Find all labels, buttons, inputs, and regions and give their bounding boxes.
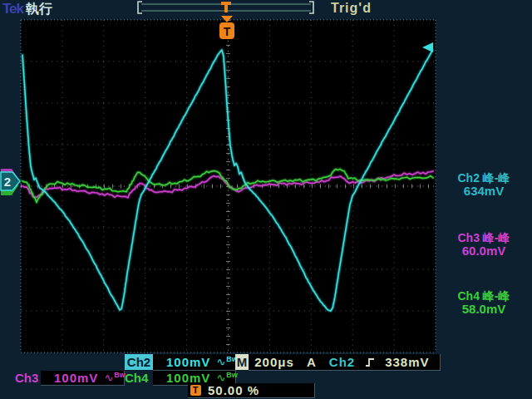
- bandwidth-limit-icon: Bw: [226, 368, 238, 382]
- ac-coupling-icon: ∿: [104, 371, 113, 385]
- rising-edge-icon: [365, 357, 375, 368]
- record-view-bar: [138, 2, 313, 13]
- waveform-display: T 2: [0, 0, 532, 399]
- measurement-value: 58.0mV: [441, 303, 527, 315]
- ch4-channel-label: Ch4: [125, 371, 148, 385]
- measurement-label: Ch3 峰-峰: [441, 232, 527, 244]
- ch2-channel-badge: Ch2: [125, 354, 153, 370]
- trigger-source: Ch2: [329, 354, 355, 370]
- ch3-scale-readout: 100mV ∿ Bw: [41, 371, 125, 386]
- record-left-bracket: [138, 2, 142, 13]
- ch2-scale-readout: 100mV ∿ Bw: [153, 354, 236, 371]
- measurement-ch4-peak-to-peak: Ch4 峰-峰 58.0mV: [441, 290, 527, 315]
- measurement-label: Ch2 峰-峰: [441, 172, 527, 185]
- ch2-scale-value: 100mV: [166, 354, 210, 370]
- measurement-value: 60.0mV: [441, 244, 527, 257]
- acquisition-status: 執行: [26, 1, 52, 18]
- tek-logo: Tek: [2, 1, 23, 17]
- trigger-position-icon: T: [190, 385, 201, 396]
- measurement-ch2-peak-to-peak: Ch2 峰-峰 634mV: [441, 172, 527, 197]
- oscilloscope-screen: T 2 Tek 執行 Trig'd Ch2 峰-峰 634mV Ch3 峰-峰 …: [0, 0, 532, 399]
- measurement-value: 634mV: [441, 185, 527, 197]
- horizontal-position-value: 50.00 %: [208, 383, 259, 397]
- ch2-position-label: 2: [4, 175, 11, 189]
- trigger-level: 338mV: [385, 354, 429, 370]
- trigger-position-label: T: [224, 25, 231, 38]
- trigger-system-label: A: [307, 354, 316, 370]
- ac-coupling-icon: ∿: [216, 354, 225, 370]
- trigger-position-marker: T: [219, 16, 234, 39]
- horizontal-position-readout: T 50.00 %: [188, 383, 315, 398]
- channel-position-markers: 2: [1, 169, 20, 195]
- ch3-scale-value: 100mV: [54, 371, 98, 385]
- ch3-channel-label: Ch3: [15, 371, 38, 385]
- bandwidth-limit-icon: Bw: [114, 368, 126, 382]
- measurement-ch3-peak-to-peak: Ch3 峰-峰 60.0mV: [441, 232, 527, 257]
- record-right-bracket: [309, 2, 313, 13]
- timebase-readout: 200μs: [249, 354, 301, 371]
- measurement-label: Ch4 峰-峰: [441, 290, 527, 303]
- trigger-status: Trig'd: [331, 1, 372, 16]
- trigger-readout: A Ch2 338mV: [300, 354, 441, 371]
